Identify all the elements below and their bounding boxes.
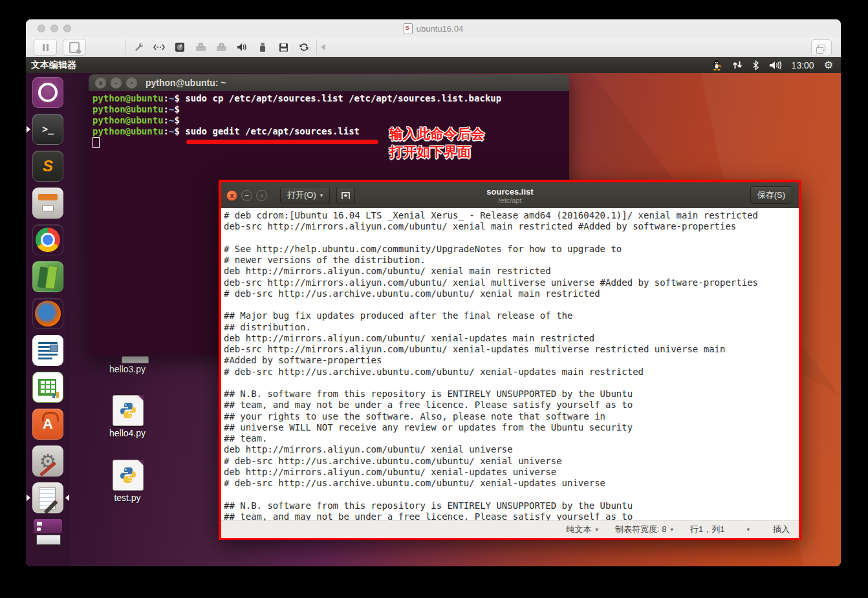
bluetooth-icon[interactable]	[752, 60, 759, 70]
annotation-underline	[186, 140, 378, 144]
insert-mode-indicator[interactable]: 插入	[773, 524, 790, 535]
launcher-item-libreoffice-calc[interactable]	[32, 372, 63, 403]
clock[interactable]: 13:00	[792, 60, 814, 70]
snapshot-button[interactable]	[63, 39, 86, 56]
launcher-item-ubuntu-dash[interactable]	[32, 77, 63, 108]
launcher-item-sublime-text[interactable]: S	[32, 151, 63, 182]
gear-icon: ⚙	[33, 446, 63, 476]
system-tray: 13:00 ⚙	[711, 57, 833, 73]
launcher-item-terminal[interactable]: >_	[32, 114, 63, 145]
running-indicator	[27, 495, 30, 501]
annotation-text: 输入此命令后会 打开如下界面	[389, 125, 484, 161]
file-icon-test[interactable]	[113, 460, 144, 491]
ubuntu-menubar: 文本编辑器 13:00 ⚙	[26, 57, 841, 73]
launcher-item-gedit[interactable]	[32, 482, 63, 513]
focused-indicator	[65, 495, 69, 501]
cdrom2-icon[interactable]	[215, 41, 227, 53]
session-gear-icon[interactable]: ⚙	[824, 60, 833, 70]
document-title: sources.list	[486, 187, 533, 197]
terminal-line: python@ubuntu:~$ sudo cp /etc/apt/source…	[92, 93, 569, 104]
gedit-close-button[interactable]: x	[226, 190, 237, 201]
toolbar-collapse-button[interactable]	[321, 44, 325, 50]
terminal-cursor	[92, 137, 100, 148]
file-icon-hello4[interactable]	[113, 395, 144, 426]
vm-title: ubuntu16.04	[26, 19, 841, 37]
desktop: >_ S A ⚙ hell	[26, 73, 841, 566]
terminal-titlebar[interactable]: x – ▫ python@ubuntu: ~	[89, 74, 569, 91]
network-icon[interactable]	[153, 41, 165, 53]
vm-window: ubuntu16.04	[26, 19, 841, 566]
pause-vm-button[interactable]	[34, 39, 57, 56]
launcher-item-system-settings[interactable]: ⚙	[32, 445, 63, 476]
gedit-text-area[interactable]: # deb cdrom:[Ubuntu 16.04 LTS _Xenial Xe…	[221, 208, 799, 520]
file-label-hello3[interactable]: hello3.py	[92, 364, 163, 374]
display-mode-button[interactable]	[811, 39, 832, 56]
chevron-down-icon: ▾	[320, 192, 323, 198]
launcher-item-file-manager[interactable]	[32, 187, 63, 219]
vm-document-icon	[404, 23, 413, 34]
terminal-title: python@ubuntu: ~	[146, 78, 226, 88]
terminal-line: python@ubuntu:~$	[92, 115, 569, 126]
document-path: /etc/apt	[498, 197, 521, 204]
gedit-window: x – ▫ 打开(O)▾ sources.list /etc/apt 保存(S)…	[219, 180, 801, 540]
gedit-maximize-button[interactable]: ▫	[256, 190, 267, 201]
input-method-tux-icon[interactable]	[711, 59, 722, 71]
gedit-minimize-button[interactable]: –	[241, 190, 252, 201]
save-button[interactable]: 保存(S)	[750, 186, 792, 204]
firefox-icon	[35, 301, 61, 326]
menubar-app-name[interactable]: 文本编辑器	[31, 59, 76, 71]
terminal-close-button[interactable]: x	[95, 78, 106, 89]
network-updown-icon[interactable]	[732, 60, 743, 70]
harddisk-icon[interactable]	[174, 41, 186, 53]
file-icon-hello3[interactable]	[122, 356, 149, 363]
launcher-item-ebook-reader[interactable]	[32, 261, 63, 292]
doc-type-selector[interactable]: 纯文本▾	[566, 524, 598, 535]
running-indicator	[27, 126, 30, 133]
launcher-item-printer[interactable]	[32, 519, 63, 550]
chevron-down-icon: ▾	[746, 526, 750, 533]
chevron-down-icon: ▾	[670, 526, 673, 533]
volume-icon[interactable]	[769, 60, 782, 70]
mac-titlebar: ubuntu16.04	[26, 19, 841, 37]
terminal-minimize-button[interactable]: –	[111, 78, 122, 89]
terminal-maximize-button[interactable]: ▫	[126, 78, 137, 89]
open-button[interactable]: 打开(O)▾	[280, 187, 330, 204]
new-document-button[interactable]	[336, 187, 355, 204]
terminal-line: python@ubuntu:~$ sudo gedit /etc/apt/sou…	[92, 126, 569, 137]
cursor-position[interactable]: 行1，列1▾	[690, 524, 750, 535]
python-icon	[118, 465, 138, 485]
sync-icon[interactable]	[298, 41, 310, 53]
gedit-headerbar[interactable]: x – ▫ 打开(O)▾ sources.list /etc/apt 保存(S)	[221, 182, 799, 208]
chrome-icon	[36, 228, 60, 252]
device-toolbar	[125, 39, 317, 55]
launcher-item-ubuntu-software[interactable]: A	[32, 409, 63, 440]
wrench-icon[interactable]	[133, 41, 144, 53]
gedit-statusbar: 纯文本▾ 制表符宽度: 8▾ 行1，列1▾ 插入	[221, 520, 799, 538]
usb-icon[interactable]	[257, 41, 268, 53]
mac-toolbar	[26, 37, 841, 57]
sound-icon[interactable]	[236, 41, 248, 53]
tab-width-selector[interactable]: 制表符宽度: 8▾	[615, 524, 673, 535]
file-label-hello4[interactable]: hello4.py	[92, 428, 163, 438]
file-label-test[interactable]: test.py	[92, 493, 163, 503]
unity-launcher: >_ S A ⚙	[26, 73, 70, 566]
chevron-down-icon: ▾	[595, 526, 598, 533]
launcher-item-firefox[interactable]	[32, 298, 63, 329]
cdrom-icon[interactable]	[195, 41, 206, 53]
new-tab-icon	[341, 191, 351, 200]
launcher-item-libreoffice-writer[interactable]	[32, 335, 63, 366]
floppy-icon[interactable]	[277, 41, 289, 53]
terminal-line: python@ubuntu:~$	[92, 104, 569, 115]
python-icon	[118, 401, 138, 420]
launcher-item-chrome[interactable]	[32, 224, 63, 255]
vm-title-text: ubuntu16.04	[417, 24, 463, 34]
